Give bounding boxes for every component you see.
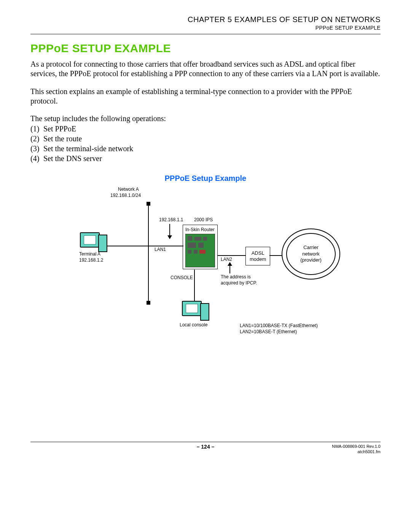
label-ip-lan1: 192.168.1.1 (159, 217, 183, 222)
label-carrier-2: network (300, 251, 322, 257)
label-terminal-a-ip: 192.168.1.2 (79, 257, 103, 263)
bus-line (148, 206, 149, 301)
page-header: CHAPTER 5 EXAMPLES OF SETUP ON NETWORKS … (30, 15, 381, 31)
paragraph-2: This section explains an example of esta… (30, 87, 381, 106)
network-diagram: Network A 192.168.1.0/24 Terminal A 192.… (72, 187, 339, 350)
label-ipcp-2: acquired by IPCP. (221, 280, 257, 286)
diagram-title: PPPoE Setup Example (30, 174, 381, 183)
label-2000-ips: 2000 IPS (194, 217, 213, 222)
label-carrier-3: (provider) (300, 257, 322, 264)
label-network-a: Network A (118, 187, 139, 192)
op-text: Set the route (43, 134, 82, 144)
bus-bottom-node (147, 301, 150, 305)
footer-revision: NWA-008869-001 Rev.1.0 (332, 444, 381, 449)
in-skin-router-frame: In-Skin Router (183, 225, 218, 269)
op-text: Set the terminal-side network (43, 144, 133, 153)
op-num: (1) (30, 124, 43, 134)
label-console: CONSOLE (170, 275, 193, 280)
footer-rule (30, 442, 381, 442)
page-footer: – 124 – NWA-008869-001 Rev.1.0 atch5001.… (30, 444, 381, 459)
header-rule (30, 34, 381, 34)
arrow-up-icon (228, 262, 232, 266)
label-lan-note-2: LAN2=10BASE-T (Ethernet) (240, 329, 297, 334)
label-lan-note-1: LAN1=10/100BASE-TX (FastEthernet) (240, 323, 318, 328)
label-network-a-subnet: 192.168.1.0/24 (110, 193, 141, 198)
label-local-console: Local console (180, 322, 207, 328)
adsl-modem-box: ADSL modem (245, 247, 270, 265)
wire-terminal (106, 246, 148, 246)
arrow-stem-ipcp (229, 266, 230, 273)
carrier-network-icon: Carrier network (provider) (282, 228, 340, 280)
paragraph-1: As a protocol for connecting to those ca… (30, 59, 381, 78)
circuit-board-icon (185, 234, 215, 267)
arrow-stem-ip (169, 224, 170, 236)
operations-list: (1)Set PPPoE (2)Set the route (3)Set the… (30, 124, 381, 163)
operations-intro: The setup includes the following operati… (30, 114, 381, 123)
page-number: – 124 – (30, 444, 381, 450)
label-adsl-1: ADSL (250, 250, 266, 256)
label-terminal-a: Terminal A (79, 251, 100, 257)
label-lan2: LAN2 (221, 257, 232, 262)
op-num: (4) (30, 153, 43, 163)
bus-top-node (147, 202, 150, 206)
label-carrier-1: Carrier (300, 244, 322, 251)
page-title: PPPoE SETUP EXAMPLE (30, 42, 381, 55)
footer-filename: atch5001.fm (332, 449, 381, 454)
label-in-skin-router: In-Skin Router (185, 227, 215, 232)
wire-carrier (269, 255, 282, 256)
label-lan1: LAN1 (155, 247, 166, 252)
op-num: (2) (30, 134, 43, 144)
chapter-label: CHAPTER 5 EXAMPLES OF SETUP ON NETWORKS (30, 15, 381, 24)
op-text: Set the DNS server (43, 153, 102, 163)
wire-lan2 (218, 255, 246, 256)
label-ipcp-1: The address is (221, 274, 251, 280)
arrow-down-icon (167, 235, 172, 239)
op-num: (3) (30, 144, 43, 153)
op-text: Set PPPoE (43, 124, 76, 134)
label-adsl-2: modem (250, 256, 266, 262)
wire-lan1 (148, 246, 183, 246)
header-subtitle: PPPoE SETUP EXAMPLE (30, 25, 381, 31)
